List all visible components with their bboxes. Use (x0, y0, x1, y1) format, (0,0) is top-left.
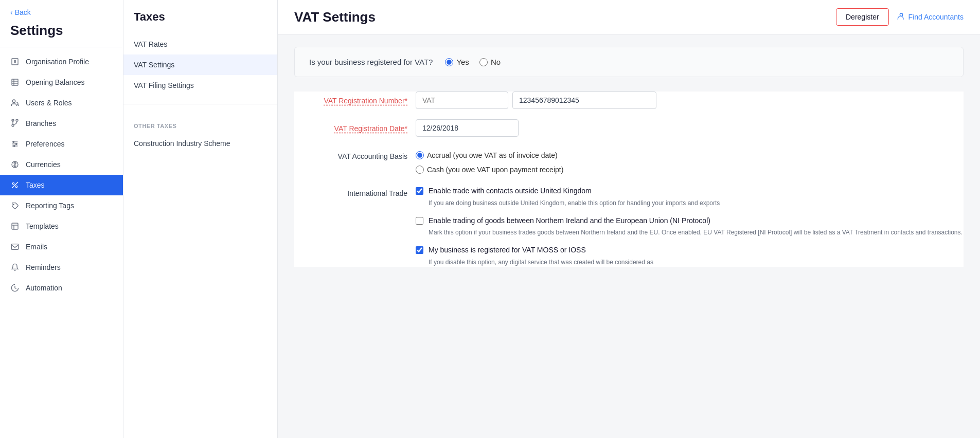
svg-rect-20 (12, 223, 18, 229)
sidebar-item-emails[interactable]: Emails (0, 236, 123, 257)
vat-cash-option[interactable]: Cash (you owe VAT upon payment receipt) (416, 166, 563, 174)
template-icon (10, 222, 20, 231)
vat-no-label: No (491, 58, 501, 66)
percent-icon (10, 180, 20, 190)
vat-accounting-basis-label: VAT Accounting Basis (294, 147, 407, 160)
sidebar-item-preferences[interactable]: Preferences (0, 134, 123, 154)
vat-accrual-radio[interactable] (416, 151, 424, 159)
sidebar-item-automation[interactable]: Automation (0, 278, 123, 298)
vat-cash-radio[interactable] (416, 166, 424, 174)
nav-vat-rates[interactable]: VAT Rates (123, 34, 277, 54)
header-actions: Deregister Find Accountants (836, 8, 964, 26)
ni-protocol-label: Enable trading of goods between Northern… (429, 216, 710, 226)
sidebar-item-opening-balances[interactable]: Opening Balances (0, 72, 123, 93)
sidebar-item-label: Taxes (26, 181, 45, 189)
sidebar-item-users-roles[interactable]: Users & Roles (0, 93, 123, 113)
vat-yes-option[interactable]: Yes (445, 58, 469, 66)
nav-vat-settings[interactable]: VAT Settings (123, 54, 277, 75)
svg-point-14 (13, 145, 15, 147)
sidebar-item-label: Branches (26, 119, 56, 127)
sidebar-item-reporting-tags[interactable]: Reporting Tags (0, 195, 123, 216)
sidebar: ‹ Back Settings Organisation Profile Ope… (0, 0, 123, 438)
users-icon (10, 98, 20, 107)
sidebar-item-branches[interactable]: Branches (0, 113, 123, 134)
tag-icon (10, 201, 20, 210)
ni-protocol-checkbox[interactable] (416, 217, 423, 225)
svg-point-13 (15, 143, 17, 145)
sidebar-item-templates[interactable]: Templates (0, 216, 123, 236)
sidebar-item-label: Reporting Tags (26, 202, 74, 210)
vat-registered-radio-group: Yes No (445, 58, 501, 66)
vat-yes-radio[interactable] (445, 58, 453, 66)
svg-rect-1 (12, 79, 18, 85)
sidebar-item-label: Organisation Profile (26, 58, 89, 66)
checkbox-item-2: Enable trading of goods between Northern… (416, 216, 963, 238)
dollar-icon (10, 160, 20, 169)
vat-registered-question: Is your business registered for VAT? (309, 58, 433, 66)
vat-registration-date-row: VAT Registration Date* (294, 119, 964, 137)
vat-accrual-option[interactable]: Accrual (you owe VAT as of invoice date) (416, 151, 563, 159)
vat-prefix-input[interactable] (416, 92, 508, 109)
vat-yes-label: Yes (456, 58, 469, 66)
vat-moss-desc: If you disable this option, any digital … (429, 258, 963, 267)
svg-point-19 (13, 204, 14, 205)
vat-moss-label: My business is registered for VAT MOSS o… (429, 245, 586, 256)
main-content: VAT Settings Deregister Find Accountants… (278, 0, 980, 438)
sidebar-item-organisation-profile[interactable]: Organisation Profile (0, 51, 123, 72)
sidebar-divider (0, 47, 123, 47)
main-body: Is your business registered for VAT? Yes… (278, 34, 980, 289)
branch-icon (10, 119, 20, 128)
table-icon (10, 78, 20, 87)
back-arrow-icon: ‹ (10, 8, 13, 16)
vat-registered-card: Is your business registered for VAT? Yes… (294, 47, 964, 77)
sidebar-item-label: Automation (26, 284, 62, 292)
automation-icon (10, 283, 20, 293)
middle-panel-title: Taxes (123, 10, 277, 34)
nav-construction-industry-scheme[interactable]: Construction Industry Scheme (123, 133, 277, 154)
checkbox-item-3: My business is registered for VAT MOSS o… (416, 245, 963, 267)
enable-trade-checkbox[interactable] (416, 187, 423, 195)
sidebar-title: Settings (0, 21, 123, 47)
sidebar-item-label: Preferences (26, 140, 64, 148)
svg-point-17 (15, 186, 17, 187)
nav-vat-filing-settings[interactable]: VAT Filing Settings (123, 75, 277, 96)
vat-accounting-basis-options: Accrual (you owe VAT as of invoice date)… (416, 147, 563, 174)
building-icon (10, 57, 20, 66)
ni-protocol-desc: Mark this option if your business trades… (429, 228, 963, 237)
sidebar-item-label: Reminders (26, 263, 61, 271)
vat-registration-number-input[interactable] (512, 92, 656, 109)
checkbox-row-1: Enable trade with contacts outside Unite… (416, 186, 963, 196)
find-accountants-button[interactable]: Find Accountants (897, 12, 964, 22)
back-label: Back (15, 8, 31, 16)
sidebar-item-currencies[interactable]: Currencies (0, 154, 123, 175)
deregister-button[interactable]: Deregister (836, 8, 889, 26)
svg-point-6 (12, 124, 14, 126)
checkbox-row-2: Enable trading of goods between Northern… (416, 216, 963, 226)
back-button[interactable]: ‹ Back (0, 0, 123, 21)
sidebar-item-taxes[interactable]: Taxes (0, 175, 123, 195)
svg-rect-23 (11, 244, 18, 250)
sidebar-item-reminders[interactable]: Reminders (0, 257, 123, 278)
enable-trade-desc: If you are doing business outside United… (429, 198, 963, 208)
international-trade-row: International Trade Enable trade with co… (294, 184, 964, 267)
vat-settings-form: VAT Registration Number* VAT Registratio… (294, 92, 964, 267)
vat-no-option[interactable]: No (479, 58, 501, 66)
svg-point-8 (16, 119, 18, 121)
vat-registration-number-row: VAT Registration Number* (294, 92, 964, 109)
svg-point-5 (12, 100, 15, 102)
vat-no-radio[interactable] (479, 58, 488, 66)
vat-accounting-basis-row: VAT Accounting Basis Accrual (you owe VA… (294, 147, 964, 174)
vat-moss-checkbox[interactable] (416, 246, 423, 254)
checkbox-item-1: Enable trade with contacts outside Unite… (416, 186, 963, 208)
international-trade-label: International Trade (294, 184, 407, 197)
bell-icon (10, 263, 20, 272)
svg-point-24 (900, 13, 902, 16)
vat-registration-date-label: VAT Registration Date* (294, 119, 407, 133)
svg-point-12 (13, 141, 14, 143)
vat-registration-date-input[interactable] (416, 119, 519, 137)
checkbox-row-3: My business is registered for VAT MOSS o… (416, 245, 963, 256)
sidebar-item-label: Users & Roles (26, 99, 72, 107)
person-icon (897, 12, 905, 22)
sidebar-item-label: Currencies (26, 160, 61, 169)
sidebar-item-label: Emails (26, 243, 47, 251)
